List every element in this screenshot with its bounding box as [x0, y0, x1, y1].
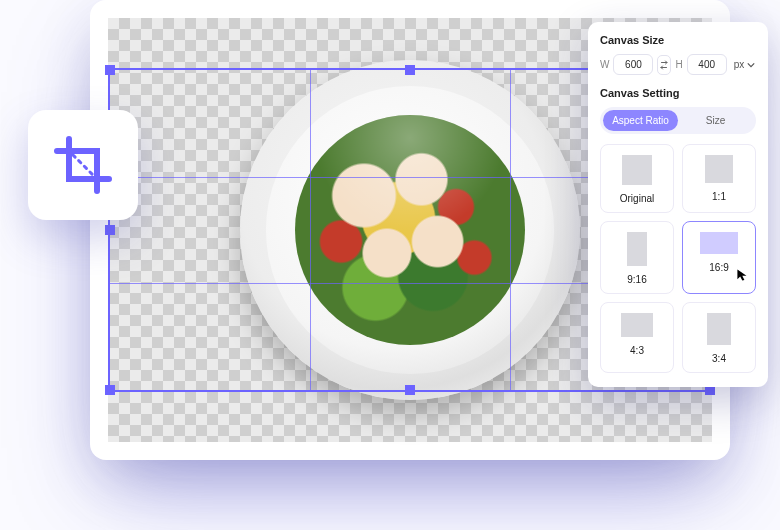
crop-handle-bm[interactable]: [405, 385, 415, 395]
thumb-icon: [705, 155, 733, 183]
crop-tool-badge: [28, 110, 138, 220]
crop-icon: [51, 133, 115, 197]
thumb-icon: [621, 313, 653, 337]
thumb-icon: [627, 232, 647, 266]
aspect-option-16-9[interactable]: 16:9: [682, 221, 756, 294]
aspect-option-3-4[interactable]: 3:4: [682, 302, 756, 373]
crop-handle-ml[interactable]: [105, 225, 115, 235]
unit-select[interactable]: px: [731, 59, 759, 70]
crop-handle-tm[interactable]: [405, 65, 415, 75]
crop-handle-tl[interactable]: [105, 65, 115, 75]
width-label: W: [600, 59, 609, 70]
thumb-icon: [700, 232, 738, 254]
aspect-option-9-16[interactable]: 9:16: [600, 221, 674, 294]
chevron-down-icon: [747, 61, 755, 69]
setting-tabs: Aspect Ratio Size: [600, 107, 756, 134]
aspect-options: Original 1:1 9:16 16:9 4:3 3:4: [600, 144, 756, 373]
dimension-row: W H px: [600, 54, 756, 75]
width-input[interactable]: [613, 54, 653, 75]
thumb-icon: [707, 313, 731, 345]
swap-icon: [658, 59, 670, 71]
canvas-setting-title: Canvas Setting: [600, 87, 756, 99]
height-input[interactable]: [687, 54, 727, 75]
aspect-option-original[interactable]: Original: [600, 144, 674, 213]
settings-panel: Canvas Size W H px Canvas Setting Aspect…: [588, 22, 768, 387]
aspect-option-4-3[interactable]: 4:3: [600, 302, 674, 373]
height-label: H: [675, 59, 682, 70]
thumb-icon: [622, 155, 652, 185]
swap-dimensions-button[interactable]: [657, 55, 671, 75]
crop-handle-bl[interactable]: [105, 385, 115, 395]
tab-size[interactable]: Size: [678, 110, 753, 131]
aspect-option-1-1[interactable]: 1:1: [682, 144, 756, 213]
tab-aspect-ratio[interactable]: Aspect Ratio: [603, 110, 678, 131]
canvas-size-title: Canvas Size: [600, 34, 756, 46]
